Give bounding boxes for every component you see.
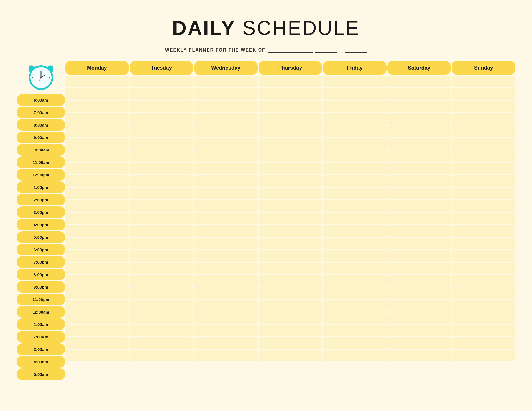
- grid-cell-sunday-1100pm[interactable]: [452, 275, 515, 287]
- grid-cell-saturday-500am[interactable]: [387, 350, 451, 361]
- grid-cell-tuesday-700pm[interactable]: [130, 238, 193, 249]
- grid-cell-sunday-800pm[interactable]: [452, 250, 515, 262]
- grid-cell-saturday-700am[interactable]: [387, 88, 451, 100]
- grid-cell-thursday-1100am[interactable]: [259, 138, 322, 150]
- grid-cell-saturday-300pm[interactable]: [387, 188, 451, 199]
- grid-cell-tuesday-500am[interactable]: [130, 350, 193, 361]
- grid-cell-monday-300pm[interactable]: [65, 188, 129, 199]
- grid-cell-saturday-900am[interactable]: [387, 113, 451, 125]
- grid-cell-saturday-600pm[interactable]: [387, 225, 451, 237]
- grid-cell-tuesday-1000am[interactable]: [130, 125, 193, 137]
- grid-cell-thursday-1100pm[interactable]: [259, 275, 322, 287]
- grid-cell-wednesday-300am[interactable]: [194, 325, 258, 336]
- grid-cell-monday-400pm[interactable]: [65, 200, 129, 212]
- grid-cell-tuesday-900pm[interactable]: [130, 263, 193, 274]
- grid-cell-thursday-600pm[interactable]: [259, 225, 322, 237]
- grid-cell-friday-500am[interactable]: [323, 350, 387, 361]
- grid-cell-saturday-1200pm[interactable]: [387, 150, 451, 162]
- grid-cell-sunday-300pm[interactable]: [452, 188, 515, 199]
- grid-cell-friday-1200pm[interactable]: [323, 150, 387, 162]
- grid-cell-monday-900am[interactable]: [65, 113, 129, 125]
- grid-cell-friday-1200am[interactable]: [323, 287, 387, 299]
- grid-cell-monday-500pm[interactable]: [65, 213, 129, 224]
- grid-cell-saturday-100pm[interactable]: [387, 163, 451, 174]
- grid-cell-thursday-700pm[interactable]: [259, 238, 322, 249]
- grid-cell-friday-900pm[interactable]: [323, 263, 387, 274]
- grid-cell-saturday-800pm[interactable]: [387, 250, 451, 262]
- grid-cell-thursday-900am[interactable]: [259, 113, 322, 125]
- grid-cell-tuesday-600pm[interactable]: [130, 225, 193, 237]
- grid-cell-thursday-600am[interactable]: [259, 76, 322, 87]
- grid-cell-saturday-700pm[interactable]: [387, 238, 451, 249]
- grid-cell-wednesday-600am[interactable]: [194, 76, 258, 87]
- grid-cell-wednesday-200Am[interactable]: [194, 312, 258, 324]
- grid-cell-monday-1200pm[interactable]: [65, 150, 129, 162]
- grid-cell-sunday-1100am[interactable]: [452, 138, 515, 150]
- grid-cell-sunday-1200am[interactable]: [452, 287, 515, 299]
- grid-cell-friday-600pm[interactable]: [323, 225, 387, 237]
- grid-cell-monday-700am[interactable]: [65, 88, 129, 100]
- grid-cell-monday-1200am[interactable]: [65, 287, 129, 299]
- grid-cell-wednesday-1200am[interactable]: [194, 287, 258, 299]
- grid-cell-thursday-300pm[interactable]: [259, 188, 322, 199]
- grid-cell-monday-1000am[interactable]: [65, 125, 129, 137]
- grid-cell-thursday-1200am[interactable]: [259, 287, 322, 299]
- grid-cell-monday-600am[interactable]: [65, 76, 129, 87]
- grid-cell-wednesday-400pm[interactable]: [194, 200, 258, 212]
- grid-cell-monday-100pm[interactable]: [65, 163, 129, 174]
- grid-cell-thursday-800pm[interactable]: [259, 250, 322, 262]
- grid-cell-thursday-100pm[interactable]: [259, 163, 322, 174]
- grid-cell-tuesday-500pm[interactable]: [130, 213, 193, 224]
- grid-cell-monday-800pm[interactable]: [65, 250, 129, 262]
- grid-cell-tuesday-600am[interactable]: [130, 76, 193, 87]
- grid-cell-saturday-1000am[interactable]: [387, 125, 451, 137]
- grid-cell-friday-1000am[interactable]: [323, 125, 387, 137]
- grid-cell-saturday-200Am[interactable]: [387, 312, 451, 324]
- grid-cell-thursday-1200pm[interactable]: [259, 150, 322, 162]
- grid-cell-saturday-100am[interactable]: [387, 300, 451, 312]
- grid-cell-monday-600pm[interactable]: [65, 225, 129, 237]
- grid-cell-wednesday-700pm[interactable]: [194, 238, 258, 249]
- grid-cell-wednesday-900pm[interactable]: [194, 263, 258, 274]
- grid-cell-friday-200Am[interactable]: [323, 312, 387, 324]
- grid-cell-wednesday-1100pm[interactable]: [194, 275, 258, 287]
- grid-cell-thursday-200Am[interactable]: [259, 312, 322, 324]
- grid-cell-monday-900pm[interactable]: [65, 263, 129, 274]
- grid-cell-friday-400am[interactable]: [323, 337, 387, 349]
- grid-cell-saturday-500pm[interactable]: [387, 213, 451, 224]
- grid-cell-saturday-1200am[interactable]: [387, 287, 451, 299]
- grid-cell-tuesday-1200pm[interactable]: [130, 150, 193, 162]
- grid-cell-sunday-800am[interactable]: [452, 101, 515, 112]
- grid-cell-saturday-400pm[interactable]: [387, 200, 451, 212]
- grid-cell-monday-400am[interactable]: [65, 337, 129, 349]
- grid-cell-tuesday-200pm[interactable]: [130, 175, 193, 187]
- grid-cell-wednesday-600pm[interactable]: [194, 225, 258, 237]
- grid-cell-wednesday-400am[interactable]: [194, 337, 258, 349]
- grid-cell-wednesday-800pm[interactable]: [194, 250, 258, 262]
- grid-cell-monday-1100pm[interactable]: [65, 275, 129, 287]
- grid-cell-wednesday-1200pm[interactable]: [194, 150, 258, 162]
- grid-cell-sunday-400pm[interactable]: [452, 200, 515, 212]
- grid-cell-friday-600am[interactable]: [323, 76, 387, 87]
- grid-cell-wednesday-100pm[interactable]: [194, 163, 258, 174]
- grid-cell-thursday-400am[interactable]: [259, 337, 322, 349]
- grid-cell-tuesday-200Am[interactable]: [130, 312, 193, 324]
- grid-cell-tuesday-300am[interactable]: [130, 325, 193, 336]
- grid-cell-sunday-200pm[interactable]: [452, 175, 515, 187]
- grid-cell-monday-200Am[interactable]: [65, 312, 129, 324]
- grid-cell-friday-500pm[interactable]: [323, 213, 387, 224]
- grid-cell-saturday-800am[interactable]: [387, 101, 451, 112]
- grid-cell-wednesday-200pm[interactable]: [194, 175, 258, 187]
- grid-cell-monday-800am[interactable]: [65, 101, 129, 112]
- grid-cell-monday-1100am[interactable]: [65, 138, 129, 150]
- grid-cell-sunday-900pm[interactable]: [452, 263, 515, 274]
- grid-cell-sunday-400am[interactable]: [452, 337, 515, 349]
- grid-cell-monday-500am[interactable]: [65, 350, 129, 361]
- grid-cell-tuesday-1200am[interactable]: [130, 287, 193, 299]
- grid-cell-tuesday-1100pm[interactable]: [130, 275, 193, 287]
- grid-cell-saturday-600am[interactable]: [387, 76, 451, 87]
- grid-cell-sunday-1200pm[interactable]: [452, 150, 515, 162]
- grid-cell-tuesday-1100am[interactable]: [130, 138, 193, 150]
- grid-cell-tuesday-300pm[interactable]: [130, 188, 193, 199]
- grid-cell-sunday-500am[interactable]: [452, 350, 515, 361]
